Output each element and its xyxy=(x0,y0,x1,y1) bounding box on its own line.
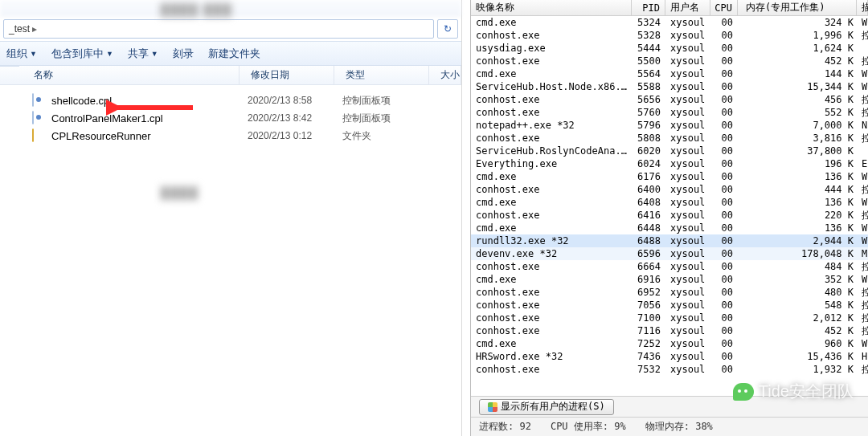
process-pid: 6664 xyxy=(632,261,665,272)
process-row[interactable]: ServiceHub.RoslynCodeAna...6020xysoul003… xyxy=(471,145,868,157)
process-pid: 5328 xyxy=(632,30,665,41)
process-ext: H xyxy=(857,351,868,362)
process-row[interactable]: conhost.exe5808xysoul003,816 K控 xyxy=(471,132,868,145)
process-ext: 控 xyxy=(857,183,868,197)
process-mem: 324 K xyxy=(738,17,857,28)
process-pid: 5588 xyxy=(632,81,665,92)
process-row[interactable]: conhost.exe5760xysoul00552 K控 xyxy=(471,106,868,119)
process-ext: 控 xyxy=(857,93,868,107)
process-cpu: 00 xyxy=(710,299,738,311)
process-cpu: 00 xyxy=(710,235,738,247)
process-ext: 控 xyxy=(857,132,868,145)
process-headers: 映像名称 PID 用户名 CPU 内存(专用工作集) 描 xyxy=(471,0,868,16)
process-pid: 7056 xyxy=(632,299,665,311)
process-row[interactable]: cmd.exe6408xysoul00136 KW xyxy=(471,196,868,209)
process-row[interactable]: conhost.exe7056xysoul00548 K控 xyxy=(471,299,868,312)
process-proc: devenv.exe *32 xyxy=(471,248,632,259)
process-proc: conhost.exe xyxy=(471,210,632,221)
process-ext: W xyxy=(857,81,868,92)
chevron-down-icon: ▼ xyxy=(151,50,158,58)
file-row[interactable]: ControlPanelMaker1.cpl2020/2/13 8:42控制面板… xyxy=(0,109,461,127)
process-mem: 960 K xyxy=(738,338,857,349)
process-mem: 136 K xyxy=(738,197,857,208)
process-row[interactable]: conhost.exe7100xysoul002,012 K控 xyxy=(471,312,868,324)
process-row[interactable]: conhost.exe6416xysoul00220 K控 xyxy=(471,209,868,222)
process-ext: W xyxy=(857,235,868,247)
process-row[interactable]: conhost.exe7532xysoul001,932 K控 xyxy=(471,363,868,376)
col-header-name[interactable]: 名称 xyxy=(0,66,240,84)
col-header-memory[interactable]: 内存(专用工作集) xyxy=(738,0,857,15)
address-bar[interactable]: _test ▸ xyxy=(3,19,434,39)
process-pid: 6488 xyxy=(632,235,665,247)
process-row[interactable]: conhost.exe5500xysoul00452 K控 xyxy=(471,55,868,67)
process-user: xysoul xyxy=(665,184,710,195)
process-row[interactable]: conhost.exe6664xysoul00484 K控 xyxy=(471,260,868,273)
process-row[interactable]: conhost.exe5656xysoul00456 K控 xyxy=(471,93,868,106)
process-row[interactable]: notepad++.exe *325796xysoul007,000 KN xyxy=(471,119,868,132)
process-proc: cmd.exe xyxy=(471,68,632,79)
col-header-date[interactable]: 修改日期 xyxy=(240,66,334,84)
process-row[interactable]: cmd.exe6916xysoul00352 KW xyxy=(471,273,868,286)
process-user: xysoul xyxy=(665,287,710,298)
col-header-size[interactable]: 大小 xyxy=(429,66,461,84)
process-proc: conhost.exe xyxy=(471,261,632,272)
toolbar-include[interactable]: 包含到库中▼ xyxy=(51,47,113,61)
breadcrumb-segment[interactable]: _test xyxy=(9,23,30,35)
process-cpu: 00 xyxy=(710,287,738,298)
process-mem: 136 K xyxy=(738,222,857,234)
process-row[interactable]: conhost.exe6400xysoul00444 K控 xyxy=(471,183,868,196)
folder-icon xyxy=(32,129,47,142)
process-row[interactable]: cmd.exe6176xysoul00136 KW xyxy=(471,170,868,183)
process-proc: ServiceHub.Host.Node.x86... xyxy=(471,81,632,92)
process-row[interactable]: usysdiag.exe5444xysoul001,624 K xyxy=(471,42,868,55)
col-header-cpu[interactable]: CPU xyxy=(710,0,738,15)
process-ext: W xyxy=(857,68,868,79)
col-header-extra[interactable]: 描 xyxy=(857,0,868,15)
process-row[interactable]: cmd.exe5324xysoul00324 KW xyxy=(471,16,868,29)
process-cpu: 00 xyxy=(710,145,738,157)
process-row[interactable]: devenv.exe *326596xysoul00178,048 KM xyxy=(471,247,868,260)
process-row[interactable]: Everything.exe6024xysoul00196 KE xyxy=(471,157,868,170)
process-mem: 196 K xyxy=(738,158,857,169)
process-row[interactable]: ServiceHub.Host.Node.x86...5588xysoul001… xyxy=(471,80,868,93)
process-cpu: 00 xyxy=(710,120,738,131)
process-mem: 7,000 K xyxy=(738,120,857,131)
process-row[interactable]: cmd.exe5564xysoul00144 KW xyxy=(471,67,868,80)
process-pid: 7532 xyxy=(632,364,665,375)
process-proc: conhost.exe xyxy=(471,94,632,105)
col-header-image-name[interactable]: 映像名称 xyxy=(471,0,632,15)
process-list[interactable]: cmd.exe5324xysoul00324 KWconhost.exe5328… xyxy=(471,16,868,400)
shield-icon xyxy=(488,402,497,412)
refresh-icon: ↻ xyxy=(444,23,452,35)
show-all-users-button[interactable]: 显示所有用户的进程(S) xyxy=(479,399,614,415)
process-ext: E xyxy=(857,158,868,169)
process-row[interactable]: cmd.exe6448xysoul00136 KW xyxy=(471,222,868,234)
process-cpu: 00 xyxy=(710,274,738,285)
process-proc: conhost.exe xyxy=(471,132,632,144)
process-user: xysoul xyxy=(665,43,710,54)
process-cpu: 00 xyxy=(710,338,738,349)
refresh-button[interactable]: ↻ xyxy=(437,19,458,39)
process-user: xysoul xyxy=(665,145,710,157)
col-header-user[interactable]: 用户名 xyxy=(665,0,710,15)
process-user: xysoul xyxy=(665,338,710,349)
col-header-type[interactable]: 类型 xyxy=(334,66,429,84)
process-mem: 136 K xyxy=(738,171,857,182)
process-proc: conhost.exe xyxy=(471,299,632,311)
toolbar-share[interactable]: 共享▼ xyxy=(128,47,158,61)
toolbar-new-folder[interactable]: 新建文件夹 xyxy=(208,47,260,61)
explorer-window: _test ▸ ↻ 组织▼ 包含到库中▼ 共享▼ 刻录 新建文件夹 名称 修改日… xyxy=(0,0,462,436)
process-row[interactable]: conhost.exe7116xysoul00452 K控 xyxy=(471,324,868,337)
toolbar-burn[interactable]: 刻录 xyxy=(173,47,194,61)
process-proc: ServiceHub.RoslynCodeAna... xyxy=(471,145,632,157)
col-header-pid[interactable]: PID xyxy=(632,0,665,15)
process-user: xysoul xyxy=(665,325,710,336)
file-row[interactable]: shellcode.cpl2020/2/13 8:58控制面板项 xyxy=(0,92,461,109)
process-row[interactable]: conhost.exe6952xysoul00480 K控 xyxy=(471,286,868,299)
process-row[interactable]: cmd.exe7252xysoul00960 KW xyxy=(471,337,868,350)
toolbar-organize[interactable]: 组织▼ xyxy=(6,47,37,61)
process-row[interactable]: conhost.exe5328xysoul001,996 K控 xyxy=(471,29,868,42)
process-row[interactable]: rundll32.exe *326488xysoul002,944 KW xyxy=(471,234,868,247)
file-row[interactable]: CPLResourceRunner2020/2/13 0:12文件夹 xyxy=(0,127,461,145)
process-row[interactable]: HRSword.exe *327436xysoul0015,436 KH xyxy=(471,350,868,363)
